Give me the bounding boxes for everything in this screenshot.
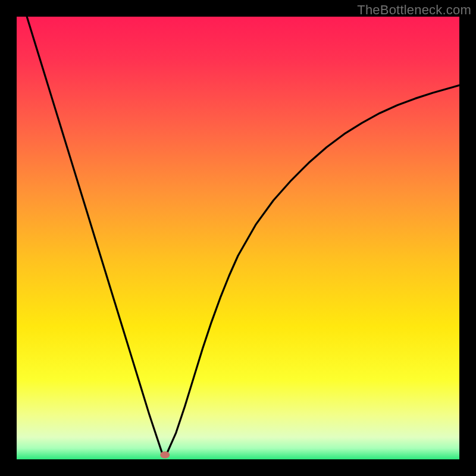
chart-frame: TheBottleneck.com — [0, 0, 476, 476]
gradient-background — [17, 17, 459, 459]
optimal-point-marker — [160, 452, 170, 459]
chart-plot-area — [17, 17, 459, 459]
bottleneck-chart — [17, 17, 459, 459]
watermark-text: TheBottleneck.com — [357, 2, 471, 18]
